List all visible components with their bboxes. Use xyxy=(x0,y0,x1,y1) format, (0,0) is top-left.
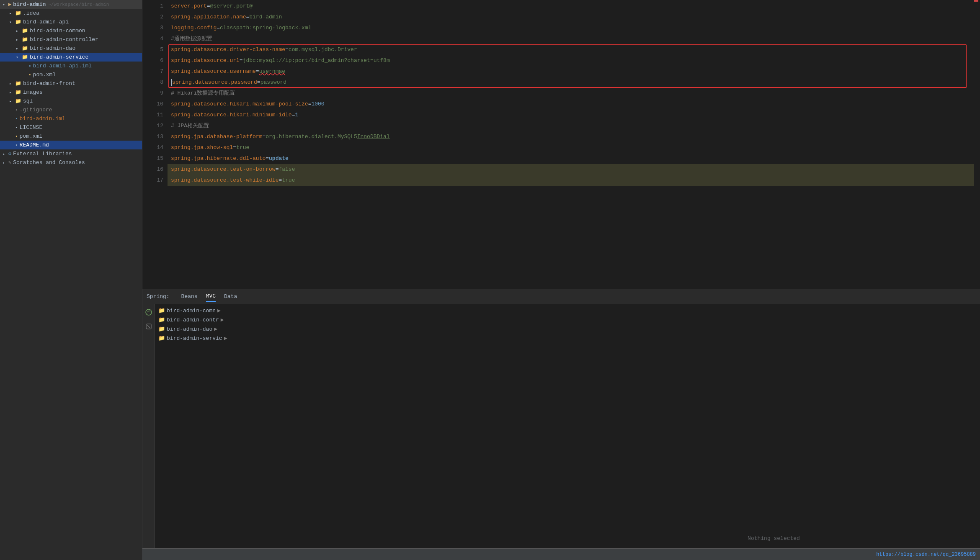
tab-data[interactable]: Data xyxy=(224,292,237,301)
sidebar-item-bird-admin-api[interactable]: 📁 bird-admin-api xyxy=(0,18,142,26)
code-line-2: spring.application.name=bird-admin xyxy=(168,12,974,23)
sidebar-item-controller[interactable]: 📁 bird-admin-controller xyxy=(0,35,142,44)
bottom-tree: 📁 bird-admin-comn ▶ 📁 bird-admin-contr ▶… xyxy=(155,304,567,548)
tree-label-service: bird-admin-servic xyxy=(167,335,222,342)
root-arrow xyxy=(3,2,8,7)
front-label: bird-admin-front xyxy=(23,80,75,87)
bottom-tree-item-contr[interactable]: 📁 bird-admin-contr ▶ xyxy=(155,315,567,324)
sidebar-item-pom-root[interactable]: ▪ pom.xml xyxy=(0,132,142,141)
images-arrow xyxy=(9,90,14,95)
dao-label: bird-admin-dao xyxy=(30,45,75,51)
code-container: 1 2 3 4 5 6 7 8 9 10 11 12 13 14 15 16 1 xyxy=(142,0,980,289)
common-arrow xyxy=(16,28,21,33)
bird-admin-api-label: bird-admin-api xyxy=(23,19,69,25)
code-line-17: spring.datasource.test-while-idle=true xyxy=(168,175,974,186)
code-line-4: #通用数据源配置 xyxy=(168,33,974,44)
tree-folder-icon-dao: 📁 xyxy=(158,326,165,332)
scrollbar-indicator xyxy=(974,0,978,2)
svg-line-2 xyxy=(147,325,150,328)
code-lines[interactable]: server.port=@server.port@ spring.applica… xyxy=(168,0,974,289)
service-icon: 📁 xyxy=(22,54,28,60)
service-arrow xyxy=(16,55,21,60)
bird-admin-api-icon: 📁 xyxy=(15,19,21,25)
sidebar-item-sql[interactable]: 📁 sql xyxy=(0,97,142,105)
sidebar-item-common[interactable]: 📁 bird-admin-common xyxy=(0,26,142,35)
bottom-tree-item-service[interactable]: 📁 bird-admin-servic ▶ xyxy=(155,334,567,343)
code-line-13: spring.jpa.database-platform=org.hiberna… xyxy=(168,131,974,142)
sidebar-item-external-libraries[interactable]: ⚙ External Libraries xyxy=(0,149,142,158)
scratches-label: Scratches and Consoles xyxy=(13,159,85,166)
code-line-8: spring.datasource.password=password xyxy=(168,77,974,88)
root-path: ~/workspace/bird-admin xyxy=(48,2,109,7)
code-line-7: spring.datasource.username=usernmae xyxy=(168,66,974,77)
sidebar-item-readme[interactable]: ▪ README.md xyxy=(0,141,142,149)
tree-folder-icon-common: 📁 xyxy=(158,307,165,314)
scrollbar-area[interactable] xyxy=(974,0,980,289)
gitignore-icon: ▪ xyxy=(15,108,18,113)
api-iml-label: bird-admin-api.iml xyxy=(33,63,92,69)
tree-folder-icon-service: 📁 xyxy=(158,335,165,342)
pom-api-label: pom.xml xyxy=(33,72,56,78)
spring-label: Spring: xyxy=(147,293,170,300)
code-line-14: spring.jpa.show-sql=true xyxy=(168,142,974,153)
tree-arrow-common: ▶ xyxy=(217,307,221,314)
sidebar-item-images[interactable]: 📁 images xyxy=(0,88,142,97)
pom-root-icon: ▪ xyxy=(15,134,18,139)
code-line-10: spring.datasource.hikari.maximum-pool-si… xyxy=(168,99,974,110)
code-line-15: spring.jpa.hibernate.ddl-auto=update xyxy=(168,153,974,164)
sidebar-item-idea[interactable]: 📁 .idea xyxy=(0,9,142,18)
images-label: images xyxy=(23,89,43,95)
readme-icon: ▪ xyxy=(15,143,18,148)
sidebar-item-dao[interactable]: 📁 bird-admin-dao xyxy=(0,44,142,53)
sidebar-item-api-iml[interactable]: ▪ bird-admin-api.iml xyxy=(0,62,142,70)
bottom-tabs-bar: Spring: Beans MVC Data xyxy=(142,289,980,304)
code-line-16: spring.datasource.test-on-borrow=false xyxy=(168,164,974,175)
bottom-content: 📁 bird-admin-comn ▶ 📁 bird-admin-contr ▶… xyxy=(142,304,980,548)
service-label: bird-admin-service xyxy=(30,54,88,60)
pom-api-icon: ▪ xyxy=(28,72,31,77)
sidebar-item-gitignore[interactable]: ▪ .gitignore xyxy=(0,105,142,114)
scratches-icon: ✎ xyxy=(8,159,11,166)
code-line-3: logging.config=classpath:spring-logback.… xyxy=(168,23,974,33)
pom-root-label: pom.xml xyxy=(20,133,43,139)
tab-beans[interactable]: Beans xyxy=(181,292,198,301)
tab-mvc[interactable]: MVC xyxy=(206,291,216,302)
sidebar-item-scratches[interactable]: ✎ Scratches and Consoles xyxy=(0,158,142,167)
tree-label-dao: bird-admin-dao xyxy=(167,326,212,332)
bottom-tree-item-common[interactable]: 📁 bird-admin-comn ▶ xyxy=(155,306,567,315)
main-container: ▶ bird-admin ~/workspace/bird-admin 📁 .i… xyxy=(0,0,980,560)
status-right: https://blog.csdn.net/qq_23695889 xyxy=(876,552,976,557)
tree-folder-icon-contr: 📁 xyxy=(158,316,165,323)
bottom-panel: Spring: Beans MVC Data xyxy=(142,289,980,548)
scratches-arrow xyxy=(3,160,8,165)
spring-icon-1[interactable] xyxy=(144,308,153,317)
editor-status-area: Nothing selected xyxy=(567,304,980,548)
sidebar: ▶ bird-admin ~/workspace/bird-admin 📁 .i… xyxy=(0,0,142,560)
sidebar-item-service[interactable]: 📁 bird-admin-service xyxy=(0,53,142,62)
sql-label: sql xyxy=(23,98,33,104)
text-cursor xyxy=(171,79,172,86)
sidebar-item-iml[interactable]: ▪ bird-admin.iml xyxy=(0,114,142,123)
nothing-selected-label: Nothing selected xyxy=(748,535,800,542)
gitignore-label: .gitignore xyxy=(20,107,52,113)
license-label: LICENSE xyxy=(20,124,43,131)
front-icon: 📁 xyxy=(15,80,21,87)
sidebar-root[interactable]: ▶ bird-admin ~/workspace/bird-admin xyxy=(0,0,142,9)
dao-arrow xyxy=(16,46,21,51)
sidebar-item-pom-api[interactable]: ▪ pom.xml xyxy=(0,70,142,79)
sidebar-item-license[interactable]: ▪ LICENSE xyxy=(0,123,142,132)
bottom-tree-item-dao[interactable]: 📁 bird-admin-dao ▶ xyxy=(155,324,567,334)
sql-arrow xyxy=(9,99,14,104)
sidebar-item-front[interactable]: 📁 bird-admin-front xyxy=(0,79,142,88)
spring-icon-2[interactable] xyxy=(144,322,153,331)
svg-point-0 xyxy=(146,309,152,315)
tree-arrow-service: ▶ xyxy=(224,335,227,342)
readme-label: README.md xyxy=(20,142,49,148)
ext-lib-label: External Libraries xyxy=(13,151,72,157)
line-numbers: 1 2 3 4 5 6 7 8 9 10 11 12 13 14 15 16 1 xyxy=(142,0,168,289)
tree-label-contr: bird-admin-contr xyxy=(167,317,219,323)
bottom-left-icons xyxy=(142,304,155,548)
common-label: bird-admin-common xyxy=(30,28,85,34)
tree-label-common: bird-admin-comn xyxy=(167,308,216,314)
root-folder-icon: ▶ xyxy=(8,1,11,8)
